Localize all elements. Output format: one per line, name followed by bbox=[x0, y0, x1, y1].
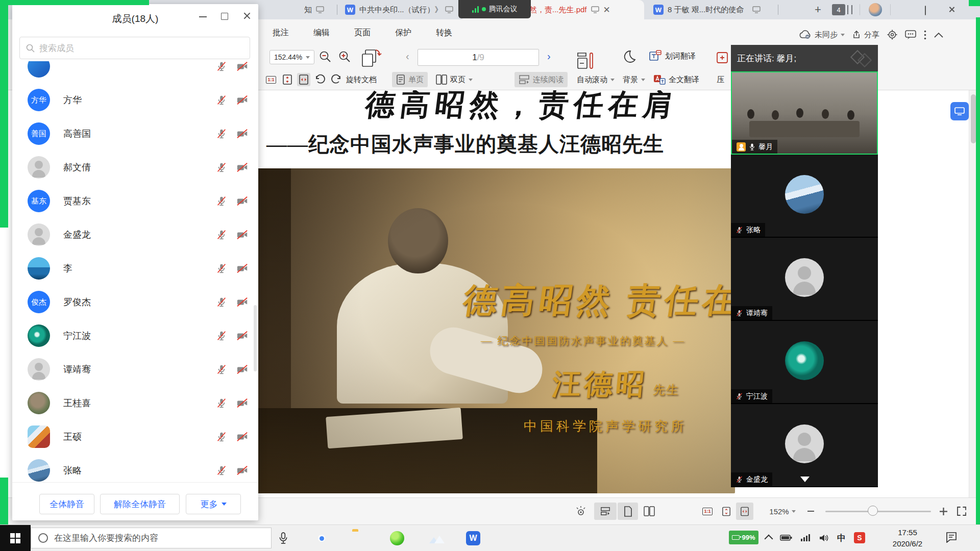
background-button[interactable]: 背景 bbox=[619, 72, 649, 87]
camera-muted-icon[interactable] bbox=[236, 397, 249, 409]
mic-muted-icon[interactable] bbox=[216, 364, 227, 375]
camera-muted-icon[interactable] bbox=[236, 364, 249, 375]
single-page-mode-icon[interactable] bbox=[618, 503, 638, 520]
panel-close-button[interactable] bbox=[243, 12, 251, 20]
battery-percent-badge[interactable]: 99% bbox=[729, 531, 758, 544]
actual-size-status-button[interactable]: 1:1 bbox=[699, 503, 716, 520]
member-row[interactable]: 金盛龙 bbox=[12, 218, 258, 252]
expand-arrow-icon[interactable] bbox=[800, 477, 810, 482]
compress-icon[interactable] bbox=[716, 51, 729, 66]
sogou-input-icon[interactable]: S bbox=[854, 532, 865, 543]
taskbar-clock[interactable]: 17:55 2020/6/2 bbox=[885, 527, 930, 549]
rotate-left-icon[interactable] bbox=[313, 73, 327, 86]
zoom-slider-minus[interactable] bbox=[804, 503, 817, 520]
video-tile[interactable]: 谭靖骞 bbox=[731, 238, 878, 321]
video-tile[interactable]: 宁江波 bbox=[731, 321, 878, 404]
camera-muted-icon[interactable] bbox=[236, 431, 249, 442]
settings-gear-icon[interactable] bbox=[887, 30, 897, 40]
start-button[interactable] bbox=[0, 525, 31, 551]
green-browser-icon[interactable] bbox=[390, 531, 404, 545]
camera-muted-icon[interactable] bbox=[236, 229, 249, 240]
mic-muted-icon[interactable] bbox=[216, 128, 227, 139]
camera-muted-icon[interactable] bbox=[236, 330, 249, 341]
tab-close-icon[interactable]: ✕ bbox=[603, 6, 610, 14]
new-tab-button[interactable]: + bbox=[815, 3, 821, 16]
more-dots-icon[interactable] bbox=[924, 30, 926, 40]
camera-muted-icon[interactable] bbox=[236, 195, 249, 207]
compress-label[interactable]: 压 bbox=[717, 75, 724, 85]
double-page-button[interactable]: 双页 bbox=[432, 72, 477, 87]
mic-muted-icon[interactable] bbox=[216, 263, 227, 274]
zoom-slider-plus[interactable] bbox=[937, 503, 949, 520]
member-list-scrollbar[interactable] bbox=[254, 305, 257, 371]
next-page-arrow[interactable]: › bbox=[547, 51, 551, 61]
camera-muted-icon[interactable] bbox=[236, 465, 249, 476]
browser-profile-avatar[interactable] bbox=[869, 3, 882, 16]
toolbar-menu-item[interactable]: 页面 bbox=[354, 28, 371, 38]
tab-count-badge[interactable]: 4 bbox=[832, 4, 845, 15]
mic-muted-icon[interactable] bbox=[216, 162, 227, 173]
two-page-mode-icon[interactable] bbox=[639, 503, 659, 520]
tray-expand-icon[interactable] bbox=[765, 535, 773, 543]
mic-muted-icon[interactable] bbox=[216, 94, 227, 106]
zoom-slider-thumb[interactable] bbox=[868, 506, 878, 516]
fit-width-button[interactable] bbox=[297, 73, 310, 86]
action-center-icon[interactable] bbox=[945, 532, 958, 545]
member-row[interactable]: 王桂喜 bbox=[12, 386, 258, 420]
toolbar-menu-item[interactable]: 批注 bbox=[273, 28, 289, 38]
word-translate-button[interactable]: 划词翻译 bbox=[649, 50, 696, 62]
window-restore-button[interactable] bbox=[925, 7, 926, 14]
member-row[interactable]: 俊杰 罗俊杰 bbox=[12, 285, 258, 319]
camera-muted-icon[interactable] bbox=[236, 263, 249, 274]
tray-network-icon[interactable] bbox=[800, 534, 811, 542]
tab-list-icon[interactable] bbox=[847, 5, 852, 14]
auto-scroll-button[interactable]: 自动滚动 bbox=[573, 72, 619, 87]
video-tile[interactable]: 馨月 bbox=[731, 71, 878, 155]
zoom-slider-track[interactable] bbox=[825, 511, 931, 512]
tray-volume-icon[interactable] bbox=[819, 534, 829, 542]
video-tile[interactable]: 金盛龙 bbox=[731, 404, 878, 487]
panel-minimize-button[interactable] bbox=[199, 16, 207, 17]
collapse-toolbar-icon[interactable] bbox=[934, 32, 943, 38]
member-row[interactable]: 方华 方华 bbox=[12, 83, 258, 117]
camera-muted-icon[interactable] bbox=[236, 61, 249, 72]
fit-page-button[interactable] bbox=[281, 73, 294, 86]
rotate-document-label[interactable]: 旋转文档 bbox=[346, 75, 377, 85]
tencent-meeting-floatbar[interactable]: 腾讯会议 bbox=[458, 0, 531, 18]
tray-battery-icon[interactable] bbox=[780, 534, 792, 541]
video-tile[interactable]: 张略 bbox=[731, 155, 878, 238]
zoom-percent-dropdown[interactable]: 152.44% bbox=[270, 50, 314, 64]
member-row[interactable]: 宁江波 bbox=[12, 319, 258, 353]
member-row[interactable]: 王硕 bbox=[12, 420, 258, 454]
mic-muted-icon[interactable] bbox=[216, 431, 227, 442]
tab-partial[interactable]: 知 bbox=[304, 0, 333, 19]
member-row[interactable]: 李 bbox=[12, 252, 258, 285]
fit-width-status-button[interactable] bbox=[736, 503, 753, 520]
zoom-out-button[interactable] bbox=[318, 50, 332, 65]
member-row[interactable]: 善国 高善国 bbox=[12, 117, 258, 151]
mic-muted-icon[interactable] bbox=[216, 465, 227, 476]
rotate-right-icon[interactable] bbox=[330, 73, 343, 86]
tab-wps-doc2[interactable]: W 8 于敏 艰...时代的使命 bbox=[653, 0, 771, 19]
continuous-mode-icon[interactable] bbox=[594, 503, 617, 520]
fullscreen-icon[interactable] bbox=[953, 503, 970, 520]
more-button[interactable]: 更多 bbox=[186, 494, 241, 514]
mic-muted-icon[interactable] bbox=[216, 61, 227, 72]
tab-wps-doc[interactable]: W 中共中央印...（试行）》 bbox=[345, 0, 457, 19]
ime-indicator[interactable]: 中 bbox=[837, 532, 846, 544]
camera-muted-icon[interactable] bbox=[236, 128, 249, 139]
member-row[interactable]: 基东 贾基东 bbox=[12, 184, 258, 218]
floating-tool-button[interactable] bbox=[950, 102, 969, 120]
member-search-input[interactable]: 搜索成员 bbox=[19, 37, 250, 59]
comment-bubble-icon[interactable] bbox=[905, 30, 916, 40]
mic-muted-icon[interactable] bbox=[216, 397, 227, 409]
mic-muted-icon[interactable] bbox=[216, 296, 227, 308]
unmute-all-button[interactable]: 解除全体静音 bbox=[100, 494, 180, 514]
page-number-box[interactable]: 1/9 bbox=[418, 49, 539, 66]
prev-page-arrow[interactable]: ‹ bbox=[406, 51, 409, 61]
camera-muted-icon[interactable] bbox=[236, 296, 249, 308]
fit-page-status-button[interactable] bbox=[718, 503, 735, 520]
zoom-in-button[interactable] bbox=[338, 50, 351, 65]
taskbar-search-input[interactable]: 在这里输入你要搜索的内容 bbox=[31, 528, 272, 548]
taskbar-mic-icon[interactable] bbox=[278, 532, 289, 546]
